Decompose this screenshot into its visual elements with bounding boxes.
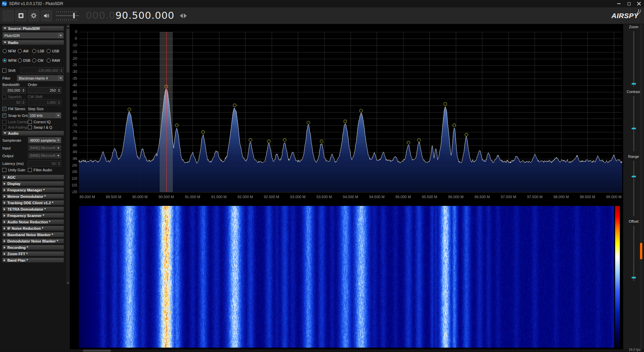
- panel-header-demodulator-noise-blanker[interactable]: Demodulator Noise Blanker *: [2, 238, 64, 244]
- panel-header-frequency-manager[interactable]: Frequency Manager *: [2, 187, 64, 192]
- mode-dsb[interactable]: DSB: [18, 58, 32, 62]
- spinner-arrows-icon[interactable]: [57, 100, 61, 105]
- horizontal-scrollbar-thumb[interactable]: [83, 350, 111, 352]
- spinner-arrows-icon[interactable]: [21, 88, 25, 93]
- panel-title: Recording *: [7, 246, 28, 250]
- audio-input-select[interactable]: [MME] Microsoft 声…: [28, 145, 61, 151]
- filter-audio-checkbox[interactable]: [28, 168, 32, 172]
- panel-header-band-plan[interactable]: Band Plan *: [2, 258, 64, 263]
- panel-title: Tracking DDE Client v1.2 *: [7, 201, 53, 205]
- mode-label: RAW: [52, 58, 60, 62]
- slider-contrast[interactable]: [633, 96, 634, 151]
- minimize-button[interactable]: [614, 0, 624, 7]
- squelch-checkbox[interactable]: [2, 95, 6, 99]
- bottom-scrollbar[interactable]: 24.0 fps: [0, 349, 644, 352]
- waterfall-display[interactable]: [79, 206, 614, 348]
- cw-shift-input[interactable]: 1,000: [28, 99, 61, 105]
- bandwidth-input[interactable]: 250,000: [2, 87, 26, 93]
- step-size-select[interactable]: 100 kHz: [28, 112, 61, 119]
- panel-header-radio[interactable]: Radio: [2, 40, 64, 45]
- slider-zoom[interactable]: [633, 31, 634, 87]
- radio-button-icon: [3, 49, 7, 53]
- panel-header-agc[interactable]: AGC: [2, 175, 64, 180]
- stop-button[interactable]: [15, 10, 26, 21]
- slider-range[interactable]: [633, 161, 634, 216]
- scroll-down-arrow-icon[interactable]: [66, 281, 70, 285]
- panel-header-meteor-demodulator[interactable]: Meteor Demodulator *: [2, 194, 64, 199]
- panel-header-audio[interactable]: Audio: [2, 131, 64, 136]
- slider-thumb-contrast[interactable]: [632, 128, 636, 129]
- slider-thumb-range[interactable]: [632, 176, 636, 177]
- panel-header-tracking-dde-client-v1-2[interactable]: Tracking DDE Client v1.2 *: [2, 200, 64, 205]
- mode-am[interactable]: AM: [18, 49, 32, 53]
- mode-raw[interactable]: RAW: [47, 58, 61, 62]
- mode-nfm[interactable]: NFM: [3, 49, 18, 53]
- lock-carrier-checkbox[interactable]: [2, 120, 6, 124]
- cw-shift-value: 1,000: [28, 100, 57, 104]
- frequency-display[interactable]: 000.090.500.000: [86, 11, 174, 20]
- mode-lsb[interactable]: LSB: [32, 49, 47, 53]
- order-input[interactable]: 250: [28, 87, 61, 93]
- shift-checkbox[interactable]: [2, 69, 6, 73]
- fm-stereo-label: FM Stereo: [8, 107, 25, 111]
- panel-header-frequency-scanner[interactable]: Frequency Scanner *: [2, 213, 64, 218]
- snap-to-grid-checkbox[interactable]: [2, 114, 6, 118]
- panel-header-display[interactable]: Display: [2, 181, 64, 186]
- mode-cw[interactable]: CW: [32, 58, 47, 62]
- step-down-button[interactable]: [180, 13, 183, 18]
- spectrum-display[interactable]: [72, 29, 623, 203]
- volume-track[interactable]: [56, 15, 79, 16]
- expand-arrow-icon: [4, 259, 5, 262]
- expand-arrow-icon: [4, 227, 5, 230]
- swap-iq-checkbox[interactable]: [28, 125, 32, 129]
- slider-label-zoom: Zoom: [629, 25, 638, 30]
- filter-audio-label: Filter Audio: [34, 168, 52, 172]
- left-scrollbar-thumb[interactable]: [66, 29, 69, 73]
- mode-usb[interactable]: USB: [47, 49, 61, 53]
- fm-stereo-checkbox[interactable]: [2, 107, 6, 111]
- shift-input[interactable]: -120,000,000: [20, 67, 64, 74]
- latency-input[interactable]: 50: [28, 160, 61, 167]
- audio-mute-button[interactable]: [41, 10, 52, 21]
- correct-iq-checkbox[interactable]: [28, 120, 32, 124]
- slider-thumb-zoom[interactable]: [632, 83, 636, 85]
- source-device-select[interactable]: PlutoSDR: [2, 32, 64, 39]
- panel-header-audio-noise-reduction[interactable]: Audio Noise Reduction *: [2, 219, 64, 224]
- panel-header-if-noise-reduction[interactable]: IF Noise Reduction *: [2, 226, 64, 231]
- squelch-input[interactable]: 50: [2, 99, 26, 105]
- radio-button-icon: [18, 49, 22, 53]
- toolbar: 000.090.500.000 AIRSPY: [0, 7, 644, 24]
- panel-header-baseband-noise-blanker[interactable]: Baseband Noise Blanker *: [2, 232, 64, 237]
- spinner-arrows-icon[interactable]: [57, 161, 61, 166]
- spinner-arrows-icon[interactable]: [59, 68, 63, 73]
- menu-button[interactable]: [3, 10, 14, 21]
- right-scrollbar-thumb[interactable]: [640, 243, 642, 259]
- close-button[interactable]: [634, 0, 644, 7]
- settings-button[interactable]: [28, 10, 39, 21]
- slider-offset[interactable]: [633, 225, 634, 281]
- audio-panel-title: Audio: [8, 131, 18, 135]
- unity-gain-checkbox[interactable]: [2, 168, 6, 172]
- spinner-arrows-icon[interactable]: [57, 88, 61, 93]
- panel-header-source[interactable]: Source: PlutoSDR: [2, 26, 64, 31]
- slider-thumb-offset[interactable]: [632, 277, 636, 278]
- panel-header-recording[interactable]: Recording *: [2, 245, 64, 250]
- anti-fading-label: Anti-Fading: [8, 125, 27, 129]
- volume-slider[interactable]: [56, 10, 80, 21]
- samplerate-select[interactable]: 48000 sample/sec: [28, 137, 61, 143]
- audio-output-select[interactable]: [MME] Microsoft 声…: [28, 152, 61, 159]
- maximize-button[interactable]: [624, 0, 634, 7]
- panel-header-tetra-demodulator[interactable]: TETRA Demodulator *: [2, 207, 64, 212]
- spinner-arrows-icon[interactable]: [21, 100, 25, 105]
- anti-fading-checkbox[interactable]: [2, 125, 6, 129]
- filter-select[interactable]: Blackman-Harris 4: [17, 75, 64, 81]
- step-up-button[interactable]: [184, 13, 187, 18]
- radio-button-icon: [32, 49, 36, 53]
- right-edge-scrollbar[interactable]: [640, 24, 642, 349]
- scroll-up-arrow-icon[interactable]: [66, 24, 70, 28]
- left-panel-scrollbar[interactable]: [66, 24, 70, 285]
- volume-thumb[interactable]: [73, 13, 75, 18]
- control-panel: Source: PlutoSDR PlutoSDR Radio NFMAMLSB…: [0, 24, 66, 349]
- panel-header-zoom-fft[interactable]: Zoom FFT *: [2, 251, 64, 256]
- mode-wfm[interactable]: WFM: [3, 58, 18, 62]
